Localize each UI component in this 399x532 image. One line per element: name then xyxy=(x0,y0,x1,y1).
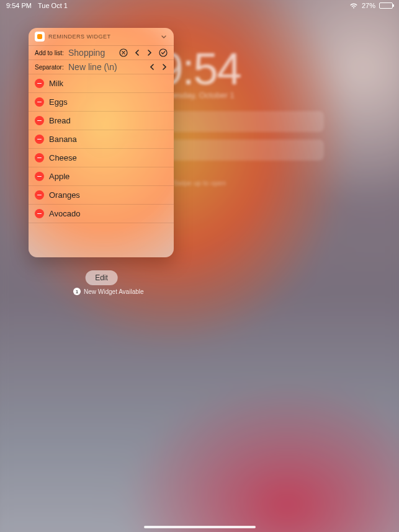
add-to-list-label: Add to list: xyxy=(35,50,68,56)
battery-percent: 27% xyxy=(362,2,375,9)
list-item-label: Avocado xyxy=(49,209,80,218)
prev-separator-icon[interactable] xyxy=(149,63,155,71)
separator-value: New line (\n) xyxy=(68,62,149,72)
delete-icon[interactable] xyxy=(35,97,44,107)
wifi-icon xyxy=(349,2,358,9)
widget-footer xyxy=(29,223,174,257)
separator-label: Separator: xyxy=(35,64,68,71)
list-item-label: Banana xyxy=(49,135,77,144)
delete-icon[interactable] xyxy=(35,153,44,162)
widget-header[interactable]: REMINDERS WIDGET xyxy=(29,28,174,45)
battery-icon xyxy=(379,2,393,9)
widget-title: REMINDERS WIDGET xyxy=(48,33,156,40)
chevron-down-icon[interactable] xyxy=(160,33,168,40)
list-item[interactable]: Eggs xyxy=(29,92,174,111)
confirm-icon[interactable] xyxy=(159,48,168,57)
delete-icon[interactable] xyxy=(35,79,44,88)
status-date: Tue Oct 1 xyxy=(38,2,68,9)
edit-button[interactable]: Edit xyxy=(85,270,118,285)
list-item-label: Milk xyxy=(49,79,63,88)
list-item[interactable]: Cheese xyxy=(29,148,174,167)
lock-hint: Swipe up to open xyxy=(173,179,226,187)
next-separator-icon[interactable] xyxy=(161,63,168,71)
status-bar: 9:54 PM Tue Oct 1 27% xyxy=(0,0,399,11)
list-item-label: Eggs xyxy=(49,97,68,107)
svg-point-1 xyxy=(159,49,167,56)
home-indicator[interactable] xyxy=(144,526,256,528)
clear-icon[interactable] xyxy=(119,48,128,57)
list-item-label: Bread xyxy=(49,116,71,125)
list-item[interactable]: Bread xyxy=(29,111,174,130)
list-item-label: Oranges xyxy=(49,190,80,200)
next-list-icon[interactable] xyxy=(146,48,153,57)
new-widget-count-badge: 1 xyxy=(73,288,81,295)
separator-row: Separator: New line (\n) xyxy=(29,60,174,74)
add-to-list-row: Add to list: Shopping xyxy=(29,45,174,60)
list-item[interactable]: Milk xyxy=(29,74,174,92)
reminder-list: MilkEggsBreadBananaCheeseAppleOrangesAvo… xyxy=(29,74,174,223)
add-to-list-value: Shopping xyxy=(68,48,119,58)
status-time: 9:54 PM xyxy=(6,2,32,9)
delete-icon[interactable] xyxy=(35,190,44,200)
reminders-widget: REMINDERS WIDGET Add to list: Shopping xyxy=(29,28,174,257)
list-item[interactable]: Apple xyxy=(29,167,174,185)
list-item[interactable]: Oranges xyxy=(29,185,174,204)
delete-icon[interactable] xyxy=(35,135,44,144)
prev-list-icon[interactable] xyxy=(134,48,140,57)
delete-icon[interactable] xyxy=(35,116,44,125)
list-item-label: Apple xyxy=(49,172,69,181)
lock-date: Tuesday, October 1 xyxy=(164,91,235,100)
list-item[interactable]: Banana xyxy=(29,130,174,148)
delete-icon[interactable] xyxy=(35,209,44,218)
app-icon xyxy=(35,32,45,42)
delete-icon[interactable] xyxy=(35,172,44,181)
list-item-label: Cheese xyxy=(49,153,77,162)
new-widget-label: New Widget Available xyxy=(84,288,144,295)
new-widget-available[interactable]: 1 New Widget Available xyxy=(73,288,144,295)
list-item[interactable]: Avocado xyxy=(29,204,174,223)
